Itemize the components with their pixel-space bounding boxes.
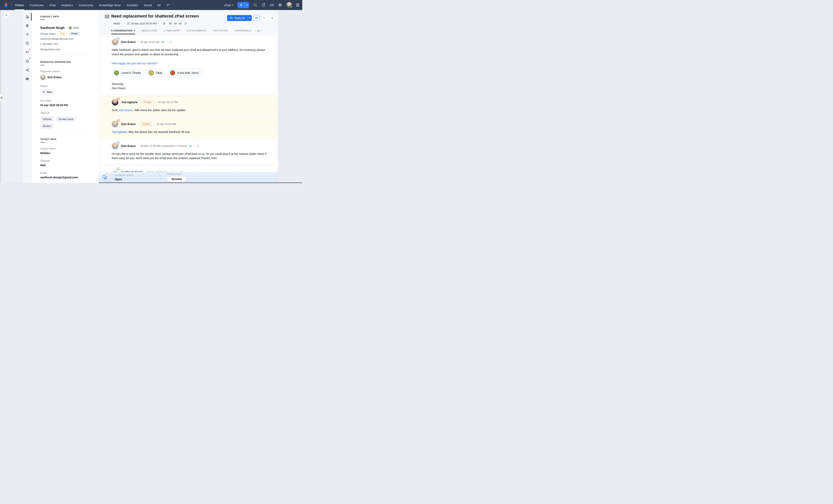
happiness-smiley-icon — [69, 26, 72, 29]
nav-item-chat[interactable]: Chat — [46, 0, 58, 10]
more-actions-button[interactable] — [262, 15, 267, 21]
contact-name[interactable]: Santhosh Singh — [40, 26, 65, 30]
comment-bubble-icon — [255, 17, 258, 20]
expand-message-button[interactable] — [169, 40, 172, 44]
mention-link[interactable]: Yod Agbaria — [112, 130, 127, 133]
tab-activities[interactable]: 4 ACTIVITIES — [213, 29, 228, 34]
separator-dot — [66, 26, 67, 30]
avatar — [112, 99, 118, 105]
message-author[interactable]: Yod Agbaria — [121, 101, 138, 104]
ticket-detail-main: Need replacement for shattered zPad scre… — [99, 10, 278, 183]
message-author[interactable]: Don Evans — [121, 123, 136, 126]
tab-conversation[interactable]: 6 CONVERSATION — [111, 29, 135, 34]
page-body: 2 4 CONT — [0, 10, 302, 183]
separator-dot — [138, 122, 138, 126]
timer-value: 00 : 00 : 03 — [167, 22, 184, 25]
tag-zphone[interactable]: zPhone — [40, 117, 54, 122]
nav-item-customers[interactable]: Customers — [27, 0, 47, 10]
tabs-more-icon[interactable] — [258, 30, 260, 34]
nav-item-activities[interactable]: Activities — [124, 0, 141, 10]
ticket-title: Need replacement for shattered zPad scre… — [111, 13, 199, 19]
contact-phone[interactable]: (+26) 669-7787 — [40, 42, 91, 46]
nav-more-icon[interactable] — [164, 0, 173, 10]
ticket-properties-icon[interactable] — [23, 12, 32, 21]
current-state-label: CURRENT STATE — [115, 174, 134, 176]
requests-properties-header: REQUESTS PROPERTIES — [40, 61, 91, 65]
due-date-value[interactable]: 04 Apr 2022 08:30 PM — [40, 104, 91, 107]
contact-company[interactable]: Design Indus — [40, 32, 55, 35]
settings-gear-icon[interactable] — [278, 3, 282, 7]
gamescope-icon[interactable] — [270, 3, 274, 7]
tab-time-entry[interactable]: 2 TIME ENTRY — [164, 29, 181, 34]
app-launcher-icon[interactable] — [296, 3, 299, 6]
message-signature: Sincerely,Don Evans — [112, 82, 272, 91]
panel-drag-handle[interactable] — [0, 94, 3, 101]
owner-name[interactable]: Don Evans — [48, 76, 62, 79]
nav-item-analytics[interactable]: Analytics — [58, 0, 76, 10]
contact-email[interactable]: santhosh.design@email.com — [40, 37, 91, 41]
neutral-face-icon — [149, 70, 154, 75]
share-icon[interactable] — [23, 66, 32, 74]
nav-menu: Tickets Customers Chat Analytics Communi… — [12, 0, 173, 10]
blueprint-state-cap — [99, 172, 111, 183]
flag-icon[interactable]: 2 — [23, 48, 32, 57]
nav-item-knowledge-base[interactable]: Knowledge Base — [96, 0, 124, 10]
nav-item-social[interactable]: Social — [141, 0, 154, 10]
reply-options-button[interactable] — [247, 15, 252, 21]
add-button[interactable] — [238, 2, 245, 8]
private-comment-card: Yod Agbaria Private 02 Apr 03:12 PM Sure… — [100, 96, 277, 116]
message-author[interactable]: Don Evans — [121, 145, 136, 148]
ticket-email-value[interactable]: santhosh.design@gmail.com — [40, 176, 91, 179]
sad-face-icon — [170, 70, 175, 75]
survey-options: Loved it. Thanks Okay — [112, 69, 272, 77]
nav-item-community[interactable]: Community — [76, 0, 96, 10]
status-chip[interactable]: Open — [40, 90, 55, 95]
nav-item-tickets[interactable]: Tickets — [12, 0, 27, 10]
expand-message-button[interactable] — [196, 144, 200, 148]
tab-approvals[interactable]: 2 APPROVALS — [235, 29, 251, 34]
survey-bad-button[interactable]: It was Bad. Sorry! — [168, 69, 202, 77]
transition-chevron-icon — [159, 173, 162, 182]
zia-bot-icon[interactable] — [23, 21, 32, 30]
integrations-atom-icon[interactable] — [23, 74, 32, 83]
channel-label: Channel — [40, 159, 91, 162]
ticket-email-label: Email — [40, 171, 91, 174]
message-author[interactable]: Don Evans — [121, 41, 136, 44]
collapse-panel-button[interactable] — [3, 12, 10, 18]
ticket-id-badge[interactable]: #9282 — [111, 21, 122, 26]
history-icon[interactable] — [23, 39, 32, 48]
search-icon[interactable] — [253, 3, 257, 7]
approvals-icon[interactable]: 4 — [23, 57, 32, 66]
comment-button[interactable] — [254, 15, 260, 21]
transition-label: TRANSITION — [167, 173, 181, 175]
avatar — [112, 121, 118, 127]
separator-dot — [159, 22, 160, 25]
feeds-icon[interactable] — [261, 3, 266, 7]
survey-question-link[interactable]: How happy are you with our service? — [112, 61, 272, 66]
survey-okay-button[interactable]: Okay — [146, 69, 166, 77]
reply-all-button[interactable]: Reply All — [227, 15, 247, 21]
survey-happy-button[interactable]: Loved it. Thanks — [112, 69, 144, 77]
pause-timer-button[interactable] — [162, 21, 167, 26]
right-background-area — [278, 10, 302, 183]
separator-dot — [154, 122, 155, 126]
nav-item-im[interactable]: IM — [154, 0, 164, 10]
tab-attachments[interactable]: 3 ATTACHMENTS — [187, 29, 207, 34]
avatar — [112, 39, 118, 45]
department-selector[interactable]: zPad — [224, 3, 234, 7]
tag-screen-issue[interactable]: Screen Issue — [56, 117, 76, 122]
reset-timer-button[interactable] — [184, 22, 188, 25]
resolve-button[interactable]: Resolve — [167, 176, 187, 182]
contact-website[interactable]: DesignIndus.com — [40, 48, 91, 51]
suggestions-bulb-icon[interactable] — [23, 30, 32, 39]
tag-broken[interactable]: Broken — [40, 123, 54, 129]
mention-link[interactable]: Don Evans. — [119, 109, 134, 112]
status-label: Status — [40, 84, 91, 87]
app-logo[interactable] — [0, 0, 12, 10]
user-avatar[interactable] — [286, 2, 292, 8]
lock-icon — [105, 173, 110, 178]
collapse-all-button[interactable] — [269, 15, 275, 21]
refresh-icon — [184, 22, 187, 25]
add-options-button[interactable] — [245, 2, 249, 8]
tab-resolution[interactable]: RESOLUTION — [142, 29, 157, 34]
